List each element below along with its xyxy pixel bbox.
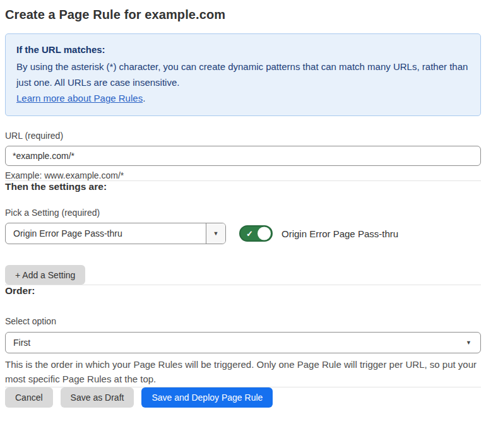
order-select[interactable]: First ▼ [5, 332, 481, 353]
order-select-label: Select option [5, 316, 481, 326]
toggle-knob [258, 227, 271, 240]
info-link-line: Learn more about Page Rules. [16, 91, 470, 107]
setting-select-arrow-box[interactable]: ▼ [206, 223, 225, 244]
info-box-heading: If the URL matches: [16, 42, 470, 58]
info-box-body: By using the asterisk (*) character, you… [16, 59, 470, 91]
url-match-info-box: If the URL matches: By using the asteris… [5, 33, 481, 116]
setting-select-value: Origin Error Page Pass-thru [6, 223, 206, 244]
save-as-draft-button[interactable]: Save as Draft [61, 387, 134, 408]
footer-buttons: Cancel Save as Draft Save and Deploy Pag… [5, 387, 481, 408]
origin-error-pass-thru-toggle[interactable]: ✓ [239, 225, 273, 242]
setting-row: Origin Error Page Pass-thru ▼ ✓ Origin E… [5, 223, 481, 244]
save-and-deploy-button[interactable]: Save and Deploy Page Rule [141, 387, 273, 408]
url-example-helper: Example: www.example.com/* [5, 170, 481, 180]
settings-section-heading: Then the settings are: [5, 181, 481, 192]
learn-more-link[interactable]: Learn more about Page Rules [16, 93, 143, 103]
link-suffix: . [143, 93, 145, 103]
url-input[interactable] [5, 146, 481, 166]
chevron-down-icon: ▼ [213, 231, 219, 237]
add-setting-button[interactable]: + Add a Setting [5, 265, 85, 285]
page-title: Create a Page Rule for example.com [5, 8, 481, 22]
setting-select[interactable]: Origin Error Page Pass-thru ▼ [5, 223, 226, 244]
order-select-value: First [13, 338, 30, 348]
check-icon: ✓ [246, 230, 253, 238]
order-helper-text: This is the order in which your Page Rul… [5, 357, 481, 387]
create-page-rule-panel: Create a Page Rule for example.com If th… [0, 0, 486, 448]
toggle-label: Origin Error Page Pass-thru [282, 228, 398, 239]
cancel-button[interactable]: Cancel [5, 387, 53, 408]
url-field-label: URL (required) [5, 131, 481, 141]
pick-setting-label: Pick a Setting (required) [5, 208, 481, 218]
chevron-down-icon: ▼ [466, 340, 471, 346]
order-section-heading: Order: [5, 285, 481, 297]
